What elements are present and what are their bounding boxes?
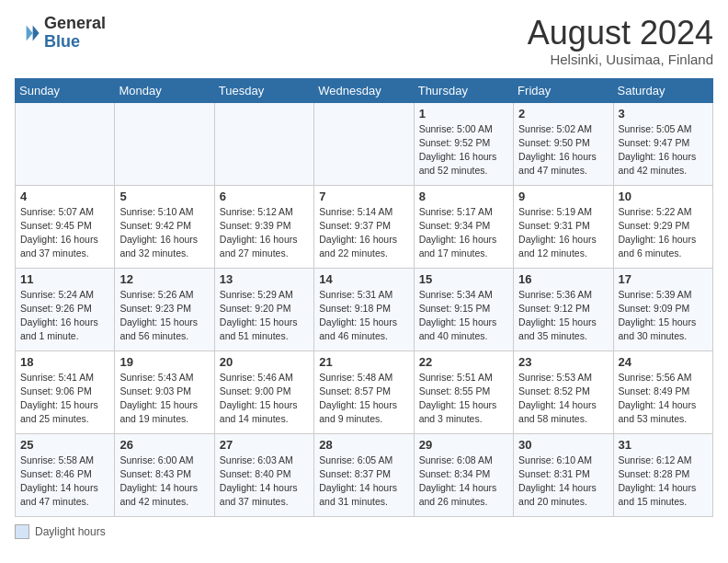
- calendar-cell: 16Sunrise: 5:36 AM Sunset: 9:12 PM Dayli…: [514, 268, 613, 350]
- day-info: Sunrise: 5:02 AM Sunset: 9:50 PM Dayligh…: [518, 122, 608, 178]
- day-number: 10: [619, 190, 708, 203]
- location: Helsinki, Uusimaa, Finland: [528, 52, 713, 67]
- day-number: 31: [619, 438, 708, 452]
- calendar-cell: [16, 102, 115, 185]
- day-number: 12: [119, 272, 209, 286]
- calendar-cell: 23Sunrise: 5:53 AM Sunset: 8:52 PM Dayli…: [514, 350, 613, 433]
- day-number: 21: [319, 355, 408, 369]
- legend-box: [15, 524, 29, 539]
- calendar-cell: [314, 102, 414, 185]
- weekday-header: Thursday: [414, 78, 513, 102]
- day-info: Sunrise: 5:26 AM Sunset: 9:23 PM Dayligh…: [119, 288, 209, 344]
- day-number: 6: [220, 190, 309, 203]
- legend-label: Daylight hours: [35, 525, 106, 538]
- calendar-cell: 14Sunrise: 5:31 AM Sunset: 9:18 PM Dayli…: [314, 268, 414, 350]
- day-info: Sunrise: 5:36 AM Sunset: 9:12 PM Dayligh…: [518, 288, 608, 344]
- day-number: 22: [419, 355, 508, 369]
- day-info: Sunrise: 5:05 AM Sunset: 9:47 PM Dayligh…: [619, 122, 708, 178]
- day-number: 8: [419, 190, 508, 203]
- calendar-cell: 19Sunrise: 5:43 AM Sunset: 9:03 PM Dayli…: [115, 350, 214, 433]
- day-number: 30: [518, 438, 608, 452]
- calendar-cell: 24Sunrise: 5:56 AM Sunset: 8:49 PM Dayli…: [613, 350, 712, 433]
- day-info: Sunrise: 6:05 AM Sunset: 8:37 PM Dayligh…: [319, 454, 408, 510]
- calendar-cell: 30Sunrise: 6:10 AM Sunset: 8:31 PM Dayli…: [514, 433, 613, 516]
- calendar-cell: 20Sunrise: 5:46 AM Sunset: 9:00 PM Dayli…: [214, 350, 313, 433]
- day-number: 17: [619, 272, 708, 286]
- weekday-header: Tuesday: [214, 78, 313, 102]
- calendar-cell: 26Sunrise: 6:00 AM Sunset: 8:43 PM Dayli…: [115, 433, 214, 516]
- day-info: Sunrise: 6:00 AM Sunset: 8:43 PM Dayligh…: [119, 454, 209, 510]
- day-info: Sunrise: 5:10 AM Sunset: 9:42 PM Dayligh…: [119, 205, 209, 261]
- day-info: Sunrise: 5:41 AM Sunset: 9:06 PM Dayligh…: [20, 371, 109, 427]
- day-number: 4: [20, 190, 109, 203]
- calendar-cell: 22Sunrise: 5:51 AM Sunset: 8:55 PM Dayli…: [414, 350, 513, 433]
- calendar-week-row: 4Sunrise: 5:07 AM Sunset: 9:45 PM Daylig…: [16, 185, 713, 268]
- day-number: 15: [419, 272, 508, 286]
- calendar-cell: 10Sunrise: 5:22 AM Sunset: 9:29 PM Dayli…: [613, 185, 712, 268]
- day-number: 16: [518, 272, 608, 286]
- calendar-cell: 1Sunrise: 5:00 AM Sunset: 9:52 PM Daylig…: [414, 102, 513, 185]
- day-number: 19: [119, 355, 209, 369]
- day-number: 24: [619, 355, 708, 369]
- day-info: Sunrise: 5:17 AM Sunset: 9:34 PM Dayligh…: [419, 205, 508, 261]
- day-number: 14: [319, 272, 408, 286]
- day-info: Sunrise: 5:39 AM Sunset: 9:09 PM Dayligh…: [619, 288, 708, 344]
- calendar-cell: 12Sunrise: 5:26 AM Sunset: 9:23 PM Dayli…: [115, 268, 214, 350]
- weekday-header: Friday: [514, 78, 613, 102]
- calendar-cell: 28Sunrise: 6:05 AM Sunset: 8:37 PM Dayli…: [314, 433, 414, 516]
- legend: Daylight hours: [15, 524, 713, 539]
- day-number: 18: [20, 355, 109, 369]
- day-info: Sunrise: 5:48 AM Sunset: 8:57 PM Dayligh…: [319, 371, 408, 427]
- day-number: 26: [119, 438, 209, 452]
- calendar-cell: 3Sunrise: 5:05 AM Sunset: 9:47 PM Daylig…: [613, 102, 712, 185]
- day-number: 7: [319, 190, 408, 203]
- logo-blue-text: Blue: [44, 33, 106, 52]
- calendar-week-row: 25Sunrise: 5:58 AM Sunset: 8:46 PM Dayli…: [16, 433, 713, 516]
- calendar-cell: 4Sunrise: 5:07 AM Sunset: 9:45 PM Daylig…: [16, 185, 115, 268]
- calendar-cell: 7Sunrise: 5:14 AM Sunset: 9:37 PM Daylig…: [314, 185, 414, 268]
- day-info: Sunrise: 6:12 AM Sunset: 8:28 PM Dayligh…: [619, 454, 708, 510]
- calendar-cell: 5Sunrise: 5:10 AM Sunset: 9:42 PM Daylig…: [115, 185, 214, 268]
- weekday-header: Monday: [115, 78, 214, 102]
- day-number: 1: [419, 107, 508, 121]
- day-number: 27: [220, 438, 309, 452]
- day-number: 23: [518, 355, 608, 369]
- day-info: Sunrise: 5:34 AM Sunset: 9:15 PM Dayligh…: [419, 288, 508, 344]
- calendar-cell: 31Sunrise: 6:12 AM Sunset: 8:28 PM Dayli…: [613, 433, 712, 516]
- calendar-cell: 13Sunrise: 5:29 AM Sunset: 9:20 PM Dayli…: [214, 268, 313, 350]
- month-year: August 2024: [528, 15, 713, 52]
- weekday-header: Sunday: [16, 78, 115, 102]
- day-number: 11: [20, 272, 109, 286]
- day-number: 28: [319, 438, 408, 452]
- day-info: Sunrise: 5:53 AM Sunset: 8:52 PM Dayligh…: [518, 371, 608, 427]
- weekday-header: Wednesday: [314, 78, 414, 102]
- day-info: Sunrise: 5:22 AM Sunset: 9:29 PM Dayligh…: [619, 205, 708, 261]
- calendar-cell: 21Sunrise: 5:48 AM Sunset: 8:57 PM Dayli…: [314, 350, 414, 433]
- day-number: 9: [518, 190, 608, 203]
- day-number: 20: [220, 355, 309, 369]
- day-info: Sunrise: 5:56 AM Sunset: 8:49 PM Dayligh…: [619, 371, 708, 427]
- title-block: August 2024 Helsinki, Uusimaa, Finland: [528, 15, 713, 67]
- day-info: Sunrise: 5:46 AM Sunset: 9:00 PM Dayligh…: [220, 371, 309, 427]
- calendar-cell: 29Sunrise: 6:08 AM Sunset: 8:34 PM Dayli…: [414, 433, 513, 516]
- day-number: 13: [220, 272, 309, 286]
- day-info: Sunrise: 5:00 AM Sunset: 9:52 PM Dayligh…: [419, 122, 508, 178]
- calendar-cell: 18Sunrise: 5:41 AM Sunset: 9:06 PM Dayli…: [16, 350, 115, 433]
- calendar-table: SundayMondayTuesdayWednesdayThursdayFrid…: [15, 78, 713, 517]
- calendar-cell: 8Sunrise: 5:17 AM Sunset: 9:34 PM Daylig…: [414, 185, 513, 268]
- day-info: Sunrise: 5:12 AM Sunset: 9:39 PM Dayligh…: [220, 205, 309, 261]
- day-number: 3: [619, 107, 708, 121]
- calendar-week-row: 11Sunrise: 5:24 AM Sunset: 9:26 PM Dayli…: [16, 268, 713, 350]
- calendar-week-row: 18Sunrise: 5:41 AM Sunset: 9:06 PM Dayli…: [16, 350, 713, 433]
- day-info: Sunrise: 5:24 AM Sunset: 9:26 PM Dayligh…: [20, 288, 109, 344]
- day-info: Sunrise: 5:19 AM Sunset: 9:31 PM Dayligh…: [518, 205, 608, 261]
- day-info: Sunrise: 6:08 AM Sunset: 8:34 PM Dayligh…: [419, 454, 508, 510]
- calendar-cell: [214, 102, 313, 185]
- calendar-week-row: 1Sunrise: 5:00 AM Sunset: 9:52 PM Daylig…: [16, 102, 713, 185]
- day-info: Sunrise: 6:10 AM Sunset: 8:31 PM Dayligh…: [518, 454, 608, 510]
- weekday-header: Saturday: [613, 78, 712, 102]
- day-number: 25: [20, 438, 109, 452]
- day-info: Sunrise: 5:29 AM Sunset: 9:20 PM Dayligh…: [220, 288, 309, 344]
- day-info: Sunrise: 5:07 AM Sunset: 9:45 PM Dayligh…: [20, 205, 109, 261]
- calendar-cell: [115, 102, 214, 185]
